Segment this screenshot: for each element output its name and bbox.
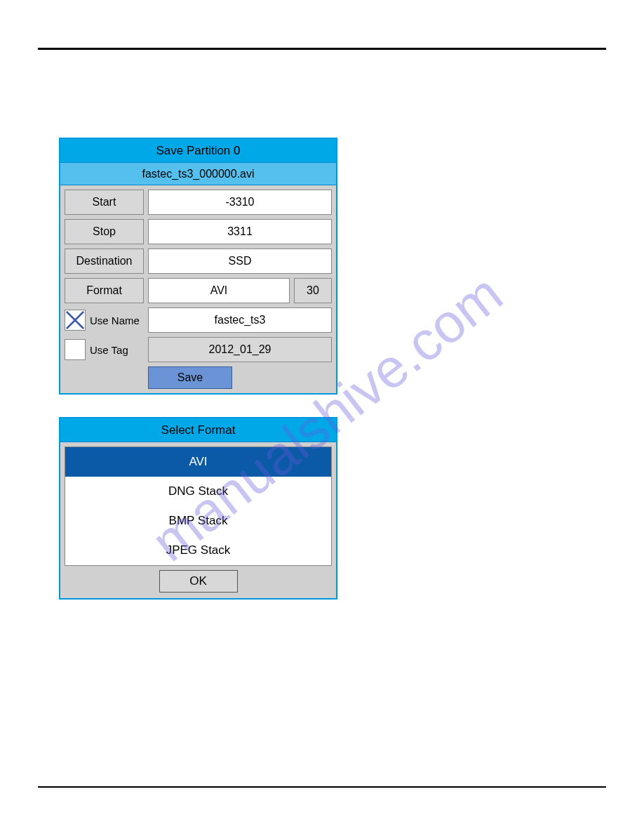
save-button[interactable]: Save <box>148 366 232 389</box>
use-tag-checkbox[interactable] <box>65 339 86 360</box>
format-item-avi[interactable]: AVI <box>65 447 331 477</box>
format-item-bmp[interactable]: BMP Stack <box>65 506 331 536</box>
destination-label[interactable]: Destination <box>65 249 144 274</box>
format-item-jpeg[interactable]: JPEG Stack <box>65 536 331 565</box>
save-partition-panel: Save Partition 0 fastec_ts3_000000.avi S… <box>59 138 337 395</box>
top-rule <box>38 48 606 50</box>
select-format-panel: Select Format AVI DNG Stack BMP Stack JP… <box>59 417 337 600</box>
use-name-label: Use Name <box>90 315 140 326</box>
destination-value[interactable]: SSD <box>148 249 332 274</box>
use-name-checkbox[interactable] <box>65 310 86 331</box>
use-tag-value[interactable]: 2012_01_29 <box>148 337 332 362</box>
use-tag-label: Use Tag <box>90 344 128 356</box>
format-list: AVI DNG Stack BMP Stack JPEG Stack <box>65 446 332 566</box>
format-label[interactable]: Format <box>65 278 144 303</box>
format-value[interactable]: AVI <box>148 278 290 303</box>
start-value[interactable]: -3310 <box>148 190 332 215</box>
format-number[interactable]: 30 <box>294 278 332 303</box>
filename-label: fastec_ts3_000000.avi <box>60 163 336 185</box>
format-panel-title: Select Format <box>60 418 336 442</box>
format-item-dng[interactable]: DNG Stack <box>65 477 331 506</box>
stop-value[interactable]: 3311 <box>148 219 332 244</box>
bottom-rule <box>38 786 606 788</box>
use-name-value[interactable]: fastec_ts3 <box>148 307 332 333</box>
ok-button[interactable]: OK <box>159 570 238 593</box>
stop-label[interactable]: Stop <box>65 219 144 244</box>
panel-title: Save Partition 0 <box>60 139 336 163</box>
start-label[interactable]: Start <box>65 190 144 215</box>
